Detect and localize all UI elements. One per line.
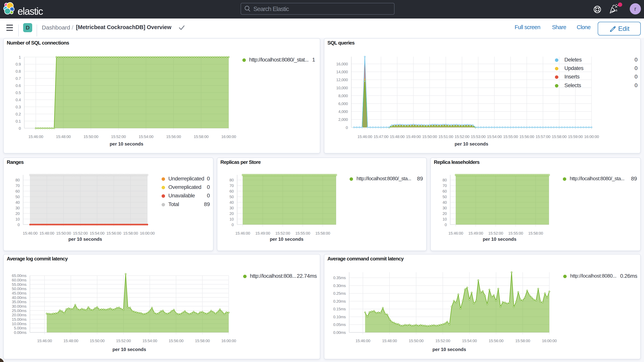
svg-text:0.8: 0.8	[16, 69, 21, 74]
svg-text:40: 40	[442, 200, 447, 204]
svg-text:15:50:00: 15:50:00	[90, 338, 105, 343]
svg-text:15:56:00: 15:56:00	[106, 231, 121, 235]
svg-text:15:46:00: 15:46:00	[235, 231, 250, 235]
svg-text:15:46:00: 15:46:00	[358, 134, 372, 139]
svg-text:15:55:00: 15:55:00	[296, 231, 310, 235]
svg-text:45.00ms: 45.00ms	[12, 291, 26, 295]
svg-text:35.00ms: 35.00ms	[12, 300, 26, 304]
svg-text:15:48:00: 15:48:00	[56, 134, 71, 139]
svg-text:15:52:00: 15:52:00	[73, 231, 88, 235]
svg-text:0.1: 0.1	[16, 119, 21, 123]
svg-text:0.7: 0.7	[16, 76, 21, 80]
svg-text:0.35ms: 0.35ms	[333, 276, 346, 280]
svg-text:15:54:00: 15:54:00	[139, 134, 154, 139]
svg-text:30.00ms: 30.00ms	[12, 304, 26, 308]
svg-text:15:56:00: 15:56:00	[169, 338, 184, 343]
svg-text:15:55:00: 15:55:00	[508, 231, 523, 235]
svg-text:15:54:00: 15:54:00	[142, 338, 157, 343]
svg-text:0.00ms: 0.00ms	[14, 330, 26, 335]
svg-text:12,000: 12,000	[336, 78, 348, 82]
svg-text:15:58:00: 15:58:00	[194, 134, 209, 139]
svg-text:per 10 seconds: per 10 seconds	[112, 347, 146, 352]
svg-text:70: 70	[230, 183, 234, 188]
svg-text:10: 10	[230, 217, 234, 221]
svg-text:15:49:00: 15:49:00	[468, 231, 483, 235]
svg-text:15:57:00: 15:57:00	[536, 134, 550, 139]
svg-text:15:46:00: 15:46:00	[356, 338, 370, 343]
svg-text:50: 50	[16, 194, 20, 199]
svg-text:16:00:00: 16:00:00	[140, 231, 155, 235]
svg-text:16,000: 16,000	[336, 62, 348, 66]
svg-text:70: 70	[442, 183, 447, 188]
svg-text:15:46:00: 15:46:00	[37, 338, 52, 343]
svg-text:1: 1	[19, 55, 21, 59]
svg-text:15:56:00: 15:56:00	[520, 134, 534, 139]
svg-text:15:52:00: 15:52:00	[116, 338, 131, 343]
svg-text:0.00ms: 0.00ms	[333, 330, 346, 335]
svg-text:15:46:00: 15:46:00	[28, 134, 43, 139]
svg-text:70: 70	[16, 183, 20, 188]
svg-text:60: 60	[16, 189, 20, 193]
svg-text:60: 60	[230, 189, 234, 193]
svg-text:80: 80	[16, 178, 20, 182]
svg-text:20: 20	[442, 211, 447, 216]
svg-text:15:47:00: 15:47:00	[374, 134, 388, 139]
svg-text:15:58:00: 15:58:00	[123, 231, 138, 235]
svg-text:0.3: 0.3	[16, 105, 21, 109]
svg-text:16:00:00: 16:00:00	[221, 134, 236, 139]
svg-text:15:56:00: 15:56:00	[166, 134, 181, 139]
svg-text:15:58:00: 15:58:00	[315, 231, 330, 235]
svg-text:14,000: 14,000	[336, 70, 348, 74]
svg-text:15:49:00: 15:49:00	[255, 231, 270, 235]
svg-text:15:54:00: 15:54:00	[90, 231, 104, 235]
svg-text:50.00ms: 50.00ms	[12, 286, 26, 291]
svg-text:0: 0	[232, 222, 234, 227]
svg-text:25.00ms: 25.00ms	[12, 308, 26, 313]
svg-text:30: 30	[230, 206, 234, 210]
svg-text:15:58:00: 15:58:00	[528, 231, 543, 235]
svg-text:55.00ms: 55.00ms	[12, 282, 26, 287]
svg-text:20: 20	[16, 211, 20, 216]
svg-text:15:54:00: 15:54:00	[462, 338, 477, 343]
svg-text:0.4: 0.4	[16, 98, 21, 102]
svg-text:15:58:00: 15:58:00	[516, 338, 530, 343]
svg-text:0.30ms: 0.30ms	[333, 283, 346, 288]
svg-text:60.00ms: 60.00ms	[12, 278, 26, 282]
svg-text:15:58:00: 15:58:00	[552, 134, 567, 139]
svg-text:0.05ms: 0.05ms	[333, 322, 346, 327]
svg-text:15.00ms: 15.00ms	[12, 317, 26, 322]
svg-text:15:50:00: 15:50:00	[56, 231, 71, 235]
svg-text:0: 0	[18, 222, 20, 227]
svg-text:30: 30	[16, 206, 20, 210]
svg-text:0: 0	[445, 222, 447, 227]
svg-text:0.10ms: 0.10ms	[333, 314, 346, 319]
svg-text:50: 50	[442, 194, 447, 199]
svg-text:0.15ms: 0.15ms	[333, 307, 346, 311]
svg-text:80: 80	[442, 178, 447, 182]
svg-text:per 10 seconds: per 10 seconds	[270, 236, 304, 242]
svg-text:40.00ms: 40.00ms	[12, 295, 26, 300]
svg-text:0.5: 0.5	[16, 90, 21, 95]
svg-text:15:51:00: 15:51:00	[438, 134, 453, 139]
svg-text:0: 0	[19, 126, 21, 130]
svg-text:15:56:00: 15:56:00	[488, 338, 504, 343]
svg-text:15:46:00: 15:46:00	[23, 231, 38, 235]
svg-text:per 10 seconds: per 10 seconds	[455, 141, 488, 146]
svg-text:15:50:00: 15:50:00	[84, 134, 98, 139]
svg-text:0.20ms: 0.20ms	[333, 299, 346, 304]
svg-text:per 10 seconds: per 10 seconds	[110, 141, 144, 146]
svg-text:6,000: 6,000	[338, 102, 348, 106]
svg-text:0.2: 0.2	[16, 112, 21, 116]
svg-text:30: 30	[442, 206, 447, 210]
svg-text:per 10 seconds: per 10 seconds	[68, 236, 102, 242]
svg-text:0: 0	[346, 125, 348, 130]
svg-text:15:48:00: 15:48:00	[40, 231, 54, 235]
svg-text:0.25ms: 0.25ms	[333, 291, 346, 296]
svg-text:40: 40	[230, 200, 234, 204]
svg-text:10: 10	[442, 217, 447, 221]
svg-text:15:54:00: 15:54:00	[487, 134, 502, 139]
svg-text:15:52:00: 15:52:00	[455, 134, 470, 139]
svg-text:15:49:00: 15:49:00	[406, 134, 421, 139]
svg-text:65.00ms: 65.00ms	[12, 273, 26, 278]
svg-text:15:50:00: 15:50:00	[422, 134, 437, 139]
